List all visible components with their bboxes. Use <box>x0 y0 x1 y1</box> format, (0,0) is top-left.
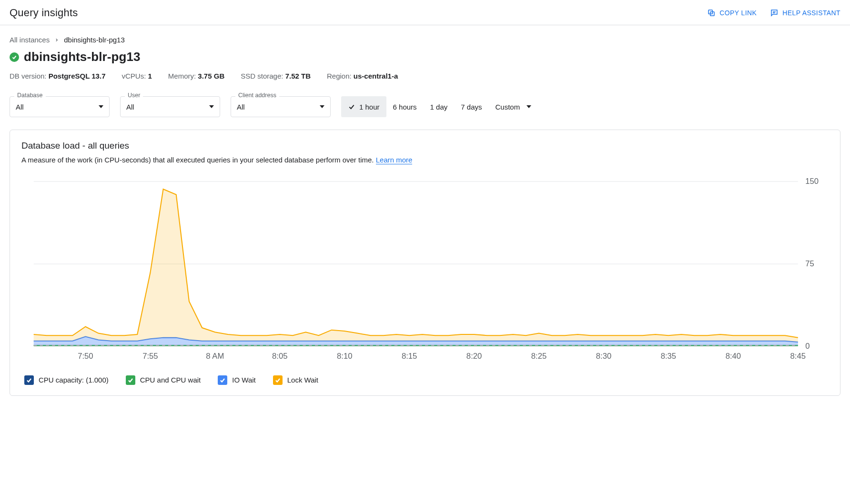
time-range-6-hours[interactable]: 6 hours <box>386 96 424 117</box>
svg-text:75: 75 <box>805 259 814 268</box>
legend-lock-wait[interactable]: Lock Wait <box>273 375 318 385</box>
time-range-group: 1 hour6 hours1 day7 daysCustom <box>341 96 538 117</box>
database-select-label: Database <box>14 92 46 99</box>
database-select[interactable]: Database All <box>10 96 110 117</box>
checkbox-icon <box>273 375 283 385</box>
time-range-7-days[interactable]: 7 days <box>454 96 488 117</box>
copy-link-label: COPY LINK <box>719 9 757 17</box>
status-badge <box>10 52 19 62</box>
learn-more-link[interactable]: Learn more <box>376 156 413 164</box>
check-icon <box>11 54 17 60</box>
checkbox-icon <box>218 375 227 385</box>
help-assistant-label: HELP ASSISTANT <box>782 9 840 17</box>
client-address-select-label: Client address <box>235 92 279 99</box>
legend-io-wait[interactable]: IO Wait <box>218 375 255 385</box>
legend-label: IO Wait <box>232 376 255 384</box>
svg-text:8:45: 8:45 <box>790 352 806 361</box>
svg-text:8:10: 8:10 <box>337 352 352 361</box>
svg-text:150: 150 <box>805 177 819 186</box>
time-range-1-day[interactable]: 1 day <box>424 96 455 117</box>
meta-storage: SSD storage: 7.52 TB <box>241 72 311 80</box>
svg-text:0: 0 <box>805 342 810 351</box>
svg-text:8:40: 8:40 <box>726 352 741 361</box>
svg-text:8:05: 8:05 <box>272 352 287 361</box>
checkbox-icon <box>24 375 34 385</box>
caret-down-icon <box>99 105 103 108</box>
svg-text:7:50: 7:50 <box>78 352 93 361</box>
caret-down-icon <box>209 105 214 108</box>
chevron-right-icon <box>54 38 59 42</box>
check-icon <box>348 103 355 111</box>
svg-text:8:30: 8:30 <box>596 352 611 361</box>
breadcrumb: All instances dbinsights-blr-pg13 <box>10 36 840 44</box>
client-address-select-value: All <box>237 103 245 111</box>
time-range-1-hour[interactable]: 1 hour <box>341 96 386 117</box>
legend-cpu-wait[interactable]: CPU and CPU wait <box>126 375 201 385</box>
help-assistant-button[interactable]: HELP ASSISTANT <box>770 9 840 17</box>
card-title: Database load - all queries <box>21 141 829 151</box>
svg-text:8:20: 8:20 <box>466 352 482 361</box>
time-range-custom[interactable]: Custom <box>489 96 538 117</box>
meta-db-version: DB version: PostgreSQL 13.7 <box>10 72 105 80</box>
copy-icon <box>707 9 716 17</box>
card-description: A measure of the work (in CPU-seconds) t… <box>21 156 829 164</box>
user-select-label: User <box>125 92 143 99</box>
svg-text:8 AM: 8 AM <box>206 352 224 361</box>
breadcrumb-current: dbinsights-blr-pg13 <box>64 36 125 44</box>
meta-memory: Memory: 3.75 GB <box>168 72 224 80</box>
instance-title: dbinsights-blr-pg13 <box>24 50 141 64</box>
user-select-value: All <box>126 103 134 111</box>
db-load-chart: 0751507:507:558 AM8:058:108:158:208:258:… <box>21 175 829 365</box>
legend-label: CPU capacity: (1.000) <box>39 376 109 384</box>
meta-region: Region: us-central1-a <box>327 72 398 80</box>
legend-cpu-capacity[interactable]: CPU capacity: (1.000) <box>24 375 109 385</box>
legend-label: CPU and CPU wait <box>140 376 201 384</box>
page-title: Query insights <box>10 7 78 19</box>
svg-text:8:25: 8:25 <box>531 352 546 361</box>
database-select-value: All <box>16 103 24 111</box>
caret-down-icon <box>526 105 531 108</box>
db-load-card: Database load - all queries A measure of… <box>10 130 840 396</box>
breadcrumb-root[interactable]: All instances <box>10 36 50 44</box>
client-address-select[interactable]: Client address All <box>231 96 331 117</box>
user-select[interactable]: User All <box>120 96 220 117</box>
chat-icon <box>770 9 779 17</box>
legend-label: Lock Wait <box>287 376 318 384</box>
meta-vcpus: vCPUs: 1 <box>121 72 152 80</box>
copy-link-button[interactable]: COPY LINK <box>707 9 757 17</box>
caret-down-icon <box>320 105 324 108</box>
svg-text:8:35: 8:35 <box>661 352 676 361</box>
svg-text:7:55: 7:55 <box>142 352 158 361</box>
checkbox-icon <box>126 375 135 385</box>
svg-text:8:15: 8:15 <box>402 352 417 361</box>
